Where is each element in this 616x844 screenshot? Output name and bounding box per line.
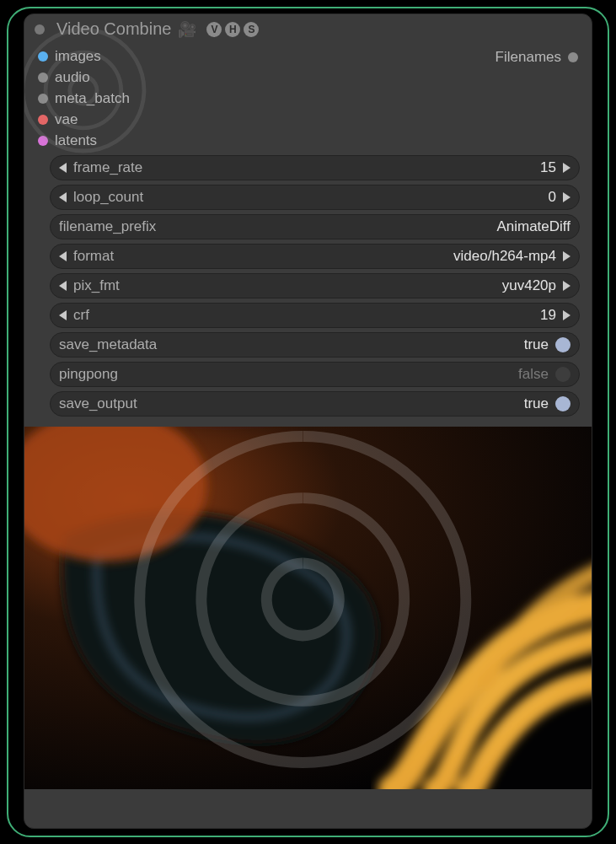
io-row: images audio meta_batch vae latents xyxy=(24,44,592,150)
socket-icon[interactable] xyxy=(38,94,48,104)
widget-value[interactable]: 0 xyxy=(549,189,556,206)
prev-arrow-icon[interactable] xyxy=(59,281,67,291)
widget-value: true xyxy=(524,336,549,353)
widget-label: crf xyxy=(73,307,89,324)
toggle-icon[interactable] xyxy=(555,367,570,382)
widget-value: true xyxy=(524,395,549,412)
socket-icon[interactable] xyxy=(38,115,48,125)
socket-icon[interactable] xyxy=(38,51,48,62)
input-label: audio xyxy=(55,69,90,86)
widget-label: pix_fmt xyxy=(73,277,120,294)
widget-label: save_output xyxy=(59,395,137,412)
widget-label: format xyxy=(73,248,114,265)
next-arrow-icon[interactable] xyxy=(563,251,570,261)
toggle-icon[interactable] xyxy=(555,337,570,352)
toggle-icon[interactable] xyxy=(555,396,570,411)
app-frame: Video Combine 🎥 V H S images audio xyxy=(7,7,609,837)
input-audio[interactable]: audio xyxy=(24,68,130,87)
input-vae[interactable]: vae xyxy=(24,110,130,129)
decrement-arrow-icon[interactable] xyxy=(59,163,67,173)
widget-frame-rate[interactable]: frame_rate 15 xyxy=(50,155,580,180)
input-label: latents xyxy=(55,132,97,149)
input-images[interactable]: images xyxy=(24,47,130,66)
inputs-list: images audio meta_batch vae latents xyxy=(24,47,130,150)
widget-save-output[interactable]: save_output true xyxy=(50,391,580,417)
widget-loop-count[interactable]: loop_count 0 xyxy=(50,185,580,210)
increment-arrow-icon[interactable] xyxy=(563,163,570,173)
widget-save-metadata[interactable]: save_metadata true xyxy=(50,332,580,357)
input-meta-batch[interactable]: meta_batch xyxy=(24,89,130,108)
input-label: vae xyxy=(55,111,78,128)
video-combine-node[interactable]: Video Combine 🎥 V H S images audio xyxy=(24,13,592,829)
widget-value[interactable]: AnimateDiff xyxy=(496,218,570,235)
widget-label: filename_prefix xyxy=(59,218,156,235)
widget-value[interactable]: yuv420p xyxy=(502,277,556,294)
widget-label: pingpong xyxy=(59,366,118,383)
widget-filename-prefix[interactable]: filename_prefix AnimateDiff xyxy=(50,214,580,239)
widget-value: false xyxy=(518,366,549,383)
increment-arrow-icon[interactable] xyxy=(563,310,570,320)
socket-icon[interactable] xyxy=(568,52,578,62)
socket-icon[interactable] xyxy=(38,136,48,146)
widgets: frame_rate 15 loop_count 0 xyxy=(24,150,592,417)
input-label: images xyxy=(55,48,101,65)
video-preview[interactable] xyxy=(24,427,592,789)
increment-arrow-icon[interactable] xyxy=(563,192,570,202)
widget-pingpong[interactable]: pingpong false xyxy=(50,362,580,387)
badge-s-icon: S xyxy=(244,22,259,37)
preview-image xyxy=(24,427,592,789)
title-badges: V H S xyxy=(206,22,259,37)
collapse-dot-icon[interactable] xyxy=(35,24,45,35)
next-arrow-icon[interactable] xyxy=(563,281,570,291)
widget-format[interactable]: format video/h264-mp4 xyxy=(50,244,580,269)
widget-value[interactable]: video/h264-mp4 xyxy=(453,248,556,265)
node-title: Video Combine xyxy=(51,19,171,39)
input-latents[interactable]: latents xyxy=(24,132,130,150)
widget-label: loop_count xyxy=(73,189,143,206)
socket-icon[interactable] xyxy=(38,73,48,83)
widget-label: frame_rate xyxy=(73,159,142,176)
widget-label: save_metadata xyxy=(59,336,157,353)
widget-pix-fmt[interactable]: pix_fmt yuv420p xyxy=(50,273,580,298)
outputs-list: Filenames xyxy=(495,47,583,66)
widget-value[interactable]: 19 xyxy=(540,307,556,324)
camera-icon: 🎥 xyxy=(178,20,196,39)
output-label: Filenames xyxy=(495,49,561,66)
badge-v-icon: V xyxy=(206,22,222,37)
widget-value[interactable]: 15 xyxy=(540,159,556,176)
decrement-arrow-icon[interactable] xyxy=(59,310,67,320)
input-label: meta_batch xyxy=(55,90,130,107)
widget-crf[interactable]: crf 19 xyxy=(50,303,580,328)
decrement-arrow-icon[interactable] xyxy=(59,192,67,202)
prev-arrow-icon[interactable] xyxy=(59,251,67,261)
badge-h-icon: H xyxy=(225,22,240,37)
node-title-bar[interactable]: Video Combine 🎥 V H S xyxy=(24,14,592,44)
